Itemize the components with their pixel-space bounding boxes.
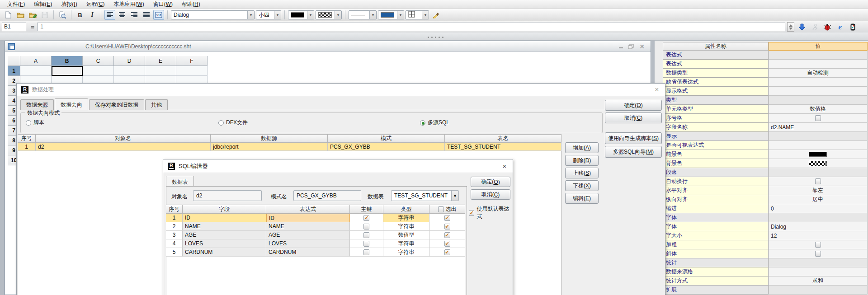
menu-item-help[interactable]: 帮助(H)	[177, 0, 205, 9]
property-value-24[interactable]	[769, 267, 868, 276]
select-checkbox-4[interactable]: ✔	[444, 249, 450, 255]
open-modify-icon[interactable]	[27, 10, 38, 20]
property-value-22[interactable]	[769, 249, 868, 258]
save-icon[interactable]	[39, 10, 50, 20]
sql-col-header-5[interactable]: 选出	[429, 205, 465, 214]
select-checkbox-3[interactable]: ✔	[444, 241, 450, 247]
cell-F1[interactable]	[176, 66, 208, 76]
dest-cell-2[interactable]: jdbc/report	[211, 143, 328, 151]
property-value-26[interactable]	[769, 286, 868, 295]
merge-cell-icon[interactable]: a	[153, 10, 164, 20]
sql-col-header-2[interactable]: 表达式	[266, 205, 350, 214]
property-value-10[interactable]	[769, 141, 868, 150]
minimize-icon[interactable]	[617, 43, 625, 50]
sql-cell-2-5[interactable]: ✔	[429, 231, 465, 239]
row-header-1[interactable]: 1	[8, 66, 20, 76]
pk-checkbox-1[interactable]	[363, 224, 369, 229]
button-SQLM[interactable]: 多源SQL向导(M)	[605, 146, 662, 158]
sql-cell-0-3[interactable]: ✔	[350, 214, 383, 222]
sql-col-header-3[interactable]: 主键	[350, 205, 383, 214]
dest-cell-1[interactable]: d2	[36, 143, 211, 151]
sql-cell-2-1[interactable]: AGE	[183, 231, 266, 239]
select-all-checkbox[interactable]	[438, 206, 444, 212]
sql-cell-3-5[interactable]: ✔	[429, 239, 465, 248]
button-O[interactable]: 确定(O)	[471, 177, 510, 187]
splitter-handle-icon[interactable]	[428, 37, 443, 38]
menu-item-window[interactable]: 窗口(W)	[149, 0, 177, 9]
sql-cell-1-1[interactable]: NAME	[183, 222, 266, 231]
button-E[interactable]: 编辑(E)	[565, 193, 599, 204]
align-right-icon[interactable]	[129, 10, 140, 20]
dest-col-header-3[interactable]: 模式	[328, 134, 445, 143]
sql-cell-4-0[interactable]: 5	[166, 248, 183, 257]
pk-checkbox-3[interactable]	[363, 241, 369, 247]
button-C[interactable]: 取消(C)	[471, 189, 510, 200]
dest-col-header-4[interactable]: 表名	[445, 134, 561, 143]
sql-col-header-1[interactable]: 字段	[183, 205, 266, 214]
property-value-9[interactable]	[769, 132, 868, 141]
foreground-color-picker[interactable]: ▾	[288, 10, 314, 19]
cell-reference-box[interactable]: B1	[2, 23, 26, 31]
property-value-0[interactable]	[769, 51, 868, 60]
menu-item-edit[interactable]: 编辑(E)	[29, 0, 57, 9]
format-brush-icon[interactable]	[430, 10, 441, 20]
button-S[interactable]: 使用向导生成脚本(S)	[605, 132, 662, 144]
borders-picker[interactable]: ▾	[406, 10, 429, 19]
italic-icon[interactable]: I	[87, 10, 98, 20]
sql-cell-0-4[interactable]: 字符串	[383, 214, 429, 222]
sheet-window-titlebar[interactable]: C:\Users\HUAWEI\Desktop\ccccccccccc.sht …	[5, 41, 651, 52]
sql-cell-3-3[interactable]	[350, 239, 383, 248]
formula-spinner[interactable]	[787, 22, 794, 32]
property-value-6[interactable]: 数值格	[769, 105, 868, 114]
sql-cell-4-4[interactable]: 字符串	[383, 248, 429, 257]
sql-cell-0-5[interactable]: ✔	[429, 214, 465, 222]
sql-cell-0-1[interactable]: ID	[183, 214, 266, 222]
property-value-3[interactable]	[769, 78, 868, 87]
select-checkbox-0[interactable]: ✔	[444, 215, 450, 221]
sql-cell-0-0[interactable]: 1	[166, 214, 183, 222]
restore-icon[interactable]	[627, 43, 635, 50]
font-name-select[interactable]: Dialog ▾	[171, 10, 255, 19]
property-value-8[interactable]: d2.NAME	[769, 123, 868, 132]
select-checkbox-2[interactable]: ✔	[444, 232, 450, 238]
property-checkbox-14[interactable]	[815, 178, 821, 184]
panel-splitter[interactable]	[0, 33, 868, 41]
spin-down-icon[interactable]	[789, 28, 793, 30]
run-disabled-icon[interactable]	[810, 23, 820, 32]
property-value-19[interactable]: Dialog	[769, 222, 868, 231]
pk-checkbox-4[interactable]	[363, 249, 369, 255]
property-checkbox-7[interactable]	[815, 115, 821, 121]
property-value-2[interactable]: 自动检测	[769, 69, 868, 78]
line-style-picker[interactable]: ▾	[349, 10, 377, 19]
radio-0[interactable]: 脚本	[26, 119, 44, 126]
property-value-15[interactable]: 靠左	[769, 186, 868, 195]
pk-checkbox-2[interactable]	[363, 232, 369, 238]
align-center-icon[interactable]	[117, 10, 127, 20]
dest-col-header-0[interactable]: 序号	[18, 134, 36, 143]
button-C[interactable]: 取消(C)	[605, 112, 662, 123]
align-justify-icon[interactable]	[141, 10, 152, 20]
property-value-21[interactable]	[769, 240, 868, 249]
sql-cell-3-1[interactable]: LOVES	[183, 239, 266, 248]
sql-editor-titlebar[interactable]: R SQL编辑器	[163, 159, 513, 173]
property-value-1[interactable]	[769, 60, 868, 69]
property-value-5[interactable]	[769, 96, 868, 105]
property-value-14[interactable]	[769, 177, 868, 186]
button-D[interactable]: 删除(D)	[565, 155, 599, 166]
cell-B1[interactable]	[52, 66, 83, 76]
column-header-B[interactable]: B	[52, 56, 83, 66]
tab-1[interactable]: 数据去向	[55, 98, 88, 110]
column-header-E[interactable]: E	[145, 56, 176, 66]
dest-cell-4[interactable]: TEST_SG_STUDENT	[445, 143, 561, 151]
default-expression-checkbox[interactable]: ✔	[469, 210, 474, 216]
menu-item-fill-report[interactable]: 填报(I)	[57, 0, 81, 9]
button-S[interactable]: 上移(S)	[565, 168, 599, 178]
download-icon[interactable]	[797, 23, 807, 32]
sql-cell-4-3[interactable]	[350, 248, 383, 257]
sql-col-header-4[interactable]: 类型	[383, 205, 429, 214]
default-expression-toggle[interactable]: ✔ 使用默认表达式	[469, 205, 513, 220]
dest-col-header-2[interactable]: 数据源	[211, 134, 328, 143]
sql-cell-2-3[interactable]	[350, 231, 383, 239]
tab-2[interactable]: 保存对象的旧数据	[89, 99, 144, 110]
sql-cell-1-4[interactable]: 字符串	[383, 222, 429, 231]
